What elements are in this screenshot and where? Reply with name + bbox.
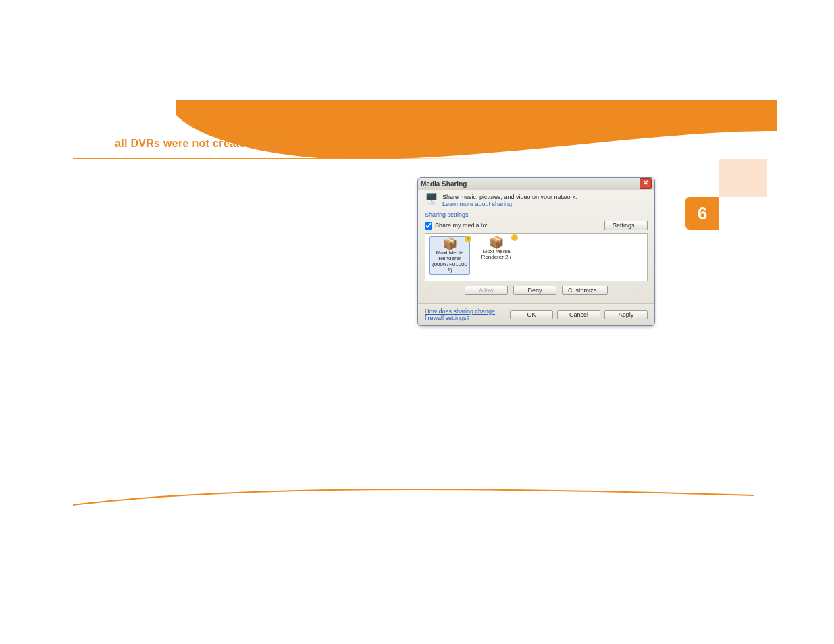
warning-icon: ! bbox=[511, 234, 518, 241]
device-label: 1) bbox=[430, 267, 469, 273]
device-action-row: Allow Deny Customize... bbox=[425, 286, 648, 295]
allow-button[interactable]: Allow bbox=[465, 286, 508, 295]
device-item[interactable]: 📦! Moxi Media Renderer 2 ( bbox=[477, 236, 516, 261]
share-media-label: Share my media to: bbox=[435, 222, 602, 229]
page-tagline: all DVRs were not created equal bbox=[115, 138, 285, 150]
device-icon: 📦! bbox=[430, 238, 469, 250]
device-label: Renderer 2 ( bbox=[477, 254, 516, 260]
share-media-checkbox[interactable] bbox=[425, 222, 432, 230]
dialog-body: 🖥️ Share music, pictures, and video on y… bbox=[418, 190, 654, 303]
network-icon: 🖥️ bbox=[425, 194, 438, 205]
learn-more-link[interactable]: Learn more about sharing. bbox=[442, 200, 514, 207]
dialog-footer: How does sharing change firewall setting… bbox=[418, 303, 654, 325]
dialog-title: Media Sharing bbox=[421, 180, 640, 188]
warning-icon: ! bbox=[465, 236, 471, 242]
apply-button[interactable]: Apply bbox=[604, 310, 648, 319]
top-swoosh bbox=[176, 100, 777, 159]
cancel-button[interactable]: Cancel bbox=[557, 310, 600, 319]
dialog-intro-text: Share music, pictures, and video on your… bbox=[442, 194, 577, 200]
deny-button[interactable]: Deny bbox=[513, 286, 556, 295]
sharing-settings-heading: Sharing settings bbox=[425, 211, 648, 218]
customize-button[interactable]: Customize... bbox=[562, 286, 608, 295]
settings-button[interactable]: Settings... bbox=[604, 221, 648, 230]
dialog-titlebar: Media Sharing ✕ bbox=[418, 178, 654, 190]
ok-button[interactable]: OK bbox=[510, 310, 553, 319]
bottom-swoosh bbox=[73, 489, 754, 506]
right-pale-tab bbox=[719, 159, 767, 197]
page-number-tab: 6 bbox=[685, 197, 719, 230]
firewall-help-link[interactable]: How does sharing change firewall setting… bbox=[425, 308, 506, 321]
device-icon: 📦! bbox=[477, 236, 516, 249]
media-sharing-dialog: Media Sharing ✕ 🖥️ Share music, pictures… bbox=[417, 177, 655, 326]
close-button[interactable]: ✕ bbox=[640, 178, 652, 189]
dialog-intro-row: 🖥️ Share music, pictures, and video on y… bbox=[425, 194, 648, 207]
top-divider-line bbox=[73, 158, 767, 159]
share-media-row: Share my media to: Settings... bbox=[425, 221, 648, 230]
device-list: 📦! Moxi Media Renderer (00067F01000 1) 📦… bbox=[425, 233, 648, 281]
close-icon: ✕ bbox=[643, 179, 648, 186]
device-item-selected[interactable]: 📦! Moxi Media Renderer (00067F01000 1) bbox=[429, 236, 470, 275]
